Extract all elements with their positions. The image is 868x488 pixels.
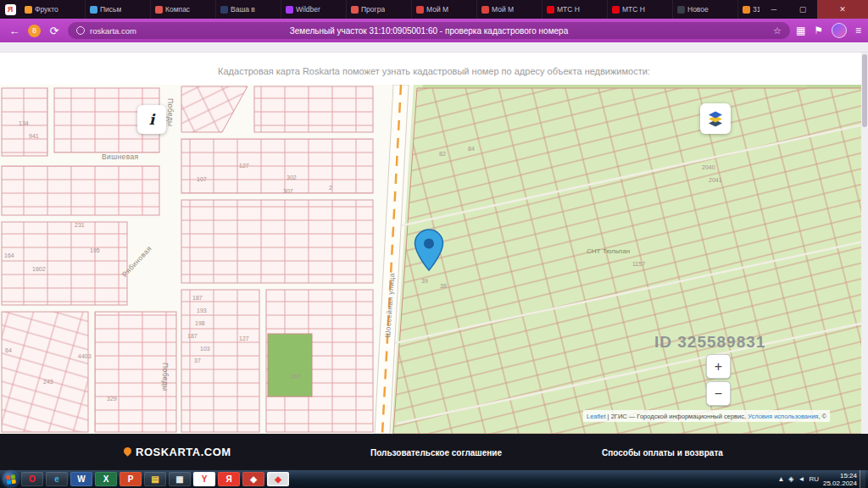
tray-expand-icon[interactable]: ▲	[777, 475, 784, 483]
tab[interactable]: Програ	[347, 0, 412, 19]
page-title: Земельный участок 31:10:0905001:60 - про…	[119, 26, 739, 36]
parcel-number: 307	[283, 188, 293, 194]
parcel-number: 107	[197, 176, 207, 182]
footer-logo-icon	[122, 446, 133, 457]
windows-logo-icon	[6, 474, 16, 485]
tab[interactable]: Фрукто	[20, 0, 86, 19]
map-layers-button[interactable]	[700, 103, 731, 134]
parcel-number: 195	[90, 247, 100, 253]
taskbar-icon-yandex[interactable]: Я	[218, 472, 240, 486]
bookmark-flag-icon[interactable]: ⚑	[814, 25, 823, 36]
tray-volume-icon[interactable]: ◄	[798, 475, 804, 483]
parcel-number: 187	[192, 295, 203, 301]
parcel-number: 941	[29, 133, 39, 139]
tab[interactable]: МТС Н	[608, 0, 673, 19]
scrollbar-thumb[interactable]	[862, 54, 867, 127]
tab-favicon	[351, 6, 359, 14]
toolbar-icons: ▦ ⚑ ≡	[796, 23, 861, 38]
attribution-provider: 2ГИС — Городской информационный сервис,	[611, 413, 748, 420]
windows-taskbar: OeWXP▤▦YЯ◆◆ ▲ ◈ ◄ RU 15:24 25.02.2024	[0, 470, 868, 488]
taskbar-clock[interactable]: 15:24 25.02.2024	[823, 472, 857, 487]
tab[interactable]: МТС Н	[542, 0, 608, 19]
tray-shield-icon[interactable]: ◈	[788, 475, 793, 483]
parcel-number: 2	[329, 185, 332, 191]
page-intro: Кадастровая карта Roskarta поможет узнат…	[0, 53, 868, 85]
map-attribution: Leaflet | 2ГИС — Городской информационны…	[583, 410, 830, 422]
language-indicator[interactable]: RU	[809, 475, 819, 483]
parcel-number: 164	[4, 252, 14, 258]
taskbar-icon-word[interactable]: W	[70, 472, 92, 486]
parcel-number: 82	[439, 151, 446, 157]
taskbar-icon-app-red[interactable]: ◆	[242, 472, 264, 486]
street-label: Победы	[166, 98, 175, 127]
tab[interactable]: Wildber	[281, 0, 347, 19]
show-desktop-button[interactable]	[860, 470, 865, 488]
parcel-number: 103	[200, 346, 210, 352]
menu-icon[interactable]: ≡	[855, 25, 861, 36]
tab[interactable]: Письм	[86, 0, 151, 19]
tab-favicon	[155, 6, 163, 14]
tab-label: Новое	[687, 5, 709, 14]
taskbar-icon-internet-explorer[interactable]: e	[46, 472, 68, 486]
apps-grid-icon[interactable]: ▦	[796, 25, 805, 36]
map-info-button[interactable]: i	[137, 105, 166, 134]
intro-text: Кадастровая карта Roskarta поможет узнат…	[0, 53, 868, 76]
close-button[interactable]: ✕	[817, 0, 868, 19]
minimize-button[interactable]: ─	[760, 0, 788, 19]
tab-label: МТС Н	[622, 5, 645, 14]
tab-favicon	[416, 6, 424, 14]
tab-label: Письм	[100, 5, 121, 14]
tab[interactable]: Новое	[673, 0, 738, 19]
leaflet-link[interactable]: Leaflet	[587, 413, 606, 420]
refresh-button[interactable]: ⟳	[47, 25, 62, 37]
scrollbar[interactable]	[861, 53, 868, 434]
tab[interactable]: 31:10:0	[738, 0, 760, 19]
taskbar-icon-powerpoint[interactable]: P	[120, 472, 142, 486]
maximize-button[interactable]: ▢	[788, 0, 817, 19]
parcel-number: 329	[107, 396, 117, 402]
taskbar-icon-calendar[interactable]: ▦	[169, 472, 191, 486]
extension-badge[interactable]: 8	[28, 25, 41, 37]
start-button[interactable]	[3, 471, 19, 487]
parcel-number: 127	[239, 163, 249, 169]
tab[interactable]: Ваша в	[216, 0, 281, 19]
taskbar-icon-excel[interactable]: X	[95, 472, 117, 486]
tab-label: Wildber	[296, 5, 320, 14]
address-bar[interactable]: roskarta.com Земельный участок 31:10:090…	[68, 22, 790, 39]
street-label: Шоссейная улица	[383, 273, 396, 338]
bookmark-star-icon[interactable]: ☆	[773, 25, 782, 36]
tab[interactable]: Компас	[151, 0, 216, 19]
parcel-number: 37	[194, 358, 201, 363]
tab[interactable]: Мой М	[477, 0, 542, 19]
taskbar-icon-active-app[interactable]: ◆	[267, 472, 289, 486]
attribution-end: , ©	[818, 413, 826, 420]
tab-label: Програ	[361, 5, 385, 14]
taskbar-icon-opera[interactable]: O	[21, 472, 43, 486]
window-controls: ─ ▢ ✕	[760, 0, 868, 19]
area-label: СНТ Тюльпан	[587, 247, 630, 255]
layers-icon	[706, 109, 725, 128]
parcel-number: 84	[468, 146, 475, 152]
profile-avatar[interactable]	[832, 23, 847, 38]
back-button[interactable]: ←	[7, 25, 22, 37]
browser-toolbar: ← 8 ⟳ roskarta.com Земельный участок 31:…	[0, 19, 868, 42]
payment-info-link[interactable]: Способы оплаты и возврата	[602, 448, 723, 458]
zoom-in-button[interactable]: +	[706, 354, 731, 379]
taskbar-icon-notes[interactable]: ▤	[144, 472, 166, 486]
map[interactable]: ВишневаяПобедыПобедыРябиноваяШоссейная у…	[0, 85, 868, 434]
street-label: Победы	[161, 363, 170, 391]
tab[interactable]: Мой М	[412, 0, 477, 19]
terms-link[interactable]: Условия использования	[748, 413, 818, 420]
parcel-number: 243	[43, 379, 53, 385]
tab-favicon	[481, 6, 489, 14]
terms-of-use-link[interactable]: Пользовательское соглашение	[370, 448, 502, 458]
parcel-number: 2040	[702, 164, 715, 170]
url-host: roskarta.com	[90, 26, 136, 36]
zoom-out-button[interactable]: −	[706, 381, 731, 406]
browser-logo-icon: Я	[5, 4, 16, 15]
footer-brand[interactable]: ROSKARTA.COM	[136, 446, 231, 458]
parcel-number: 231	[75, 222, 85, 228]
browser-menu-button[interactable]: Я	[0, 0, 20, 19]
tab-favicon	[220, 6, 228, 14]
taskbar-icon-yandex-browser[interactable]: Y	[193, 472, 215, 486]
